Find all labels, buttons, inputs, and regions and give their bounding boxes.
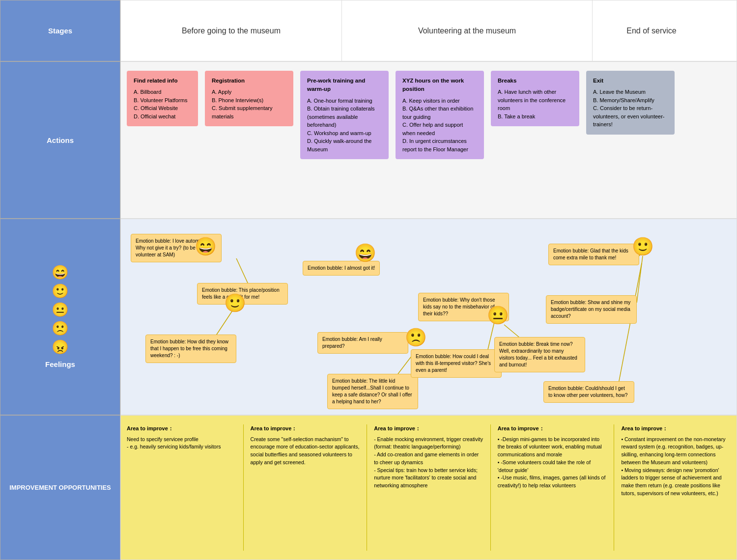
action-item: B. Q&As other than exhibition tour guidi… <box>402 105 477 121</box>
emoji-face: 😐 <box>52 303 69 317</box>
emotion-bubble-b11: Emotion bubble: Break time now? Well, ex… <box>494 337 585 372</box>
action-item: A. Keep visitors in order <box>402 97 477 105</box>
action-card-title: Registration <box>212 77 286 85</box>
feeling-face-f2: 🙂 <box>224 293 246 313</box>
improvement-divider <box>243 424 244 551</box>
action-item: A. Leave the Museum <box>593 88 668 96</box>
action-item: B. Phone Interview(s) <box>212 96 286 105</box>
action-item: C. Consider to be return-volunteers, or … <box>593 104 668 129</box>
action-item: C. Official Website <box>134 104 191 112</box>
emoji-face: 😄 <box>52 266 69 280</box>
improvement-area: Area to improve：Need to specify servicee… <box>120 415 737 560</box>
stages-label: Stages <box>0 0 120 61</box>
improve-card-text: Create some "self-selection machanism" t… <box>251 436 360 467</box>
action-item: A. Billboard <box>134 88 191 96</box>
action-card-title: Breaks <box>498 77 572 85</box>
action-card-find-info: Find related infoA. BillboardB. Voluntee… <box>127 71 198 126</box>
emoji-face: 🙁 <box>52 322 69 336</box>
feeling-face-f4: 🙁 <box>405 327 427 348</box>
emoji-scale: 😄🙂😐🙁😠 <box>52 266 69 354</box>
emoji-face: 🙂 <box>52 284 69 298</box>
action-item: B. Obtain training collaterals (sometime… <box>307 105 382 129</box>
improve-card-title: Area to improve： <box>251 424 360 433</box>
action-card-registration: RegistrationA. ApplyB. Phone Interview(s… <box>205 71 293 126</box>
improve-card-title: Area to improve： <box>374 424 483 433</box>
improve-card-imp2: Area to improve：Create some "self-select… <box>251 424 360 467</box>
improve-card-imp4: Area to improve：• -Design mini-games to … <box>498 424 607 490</box>
stage-headers: Before going to the museum Volunteering … <box>120 0 737 61</box>
stage1-header: Before going to the museum <box>121 0 342 61</box>
improve-card-title: Area to improve： <box>621 424 731 433</box>
actions-area: Find related infoA. BillboardB. Voluntee… <box>120 61 737 219</box>
action-card-breaks: BreaksA. Have lunch with other volunteer… <box>491 71 579 126</box>
feelings-label: 😄🙂😐🙁😠 Feelings <box>0 219 120 415</box>
emotion-bubble-b6: Emotion bubble: The little kid bumped he… <box>327 374 418 409</box>
improvement-divider <box>367 424 367 551</box>
actions-label: Actions <box>0 61 120 219</box>
improve-card-title: Area to improve： <box>498 424 607 433</box>
action-item: A. One-hour formal training <box>307 97 382 105</box>
emotion-bubble-b5: Emotion bubble: Am I really prepared? <box>317 332 408 354</box>
action-item: D. In urgent circumstances report to the… <box>402 137 477 153</box>
emoji-face: 😠 <box>52 340 69 354</box>
action-item: D. Quickly walk-around the Museum <box>307 137 382 153</box>
improvement-label: IMPROVEMENT OPPORTUNITIES <box>0 415 120 560</box>
emotion-bubble-b10: Emotion bubble: Show and shine my badge/… <box>546 295 637 324</box>
improve-card-title: Area to improve： <box>127 424 236 433</box>
improve-card-imp3: Area to improve：- Enable mocking environ… <box>374 424 483 490</box>
improve-card-imp1: Area to improve：Need to specify servicee… <box>127 424 236 451</box>
feeling-face-f5: 😐 <box>487 305 509 326</box>
improve-card-text: Need to specify servicee profile - e.g. … <box>127 436 236 451</box>
action-item: C. Submit supplementary materials <box>212 104 286 120</box>
main-grid: Stages Before going to the museum Volunt… <box>0 0 737 560</box>
action-card-title: Exit <box>593 77 668 85</box>
action-card-prework: Pre-work training and warm-upA. One-hour… <box>300 71 389 159</box>
action-card-title: XYZ hours on the work position <box>402 77 477 94</box>
action-item: C. Workshop and warm-up <box>307 129 382 138</box>
improvement-divider <box>490 424 491 551</box>
action-item: B. Memory/Share/Amplify <box>593 96 668 105</box>
action-card-xyz-hours: XYZ hours on the work positionA. Keep vi… <box>396 71 484 159</box>
stage3-header: End of service <box>593 0 710 61</box>
action-item: D. Official wechat <box>134 112 191 121</box>
emotion-bubble-b3: Emotion bubble: How did they know that I… <box>145 335 236 363</box>
improve-card-text: • -Design mini-games to be incorporated … <box>498 436 607 490</box>
emotion-bubble-b12: Emotion bubble: Could/should I get to kn… <box>543 381 634 403</box>
stage2-header: Volunteering at the museum <box>342 0 593 61</box>
feeling-face-f6: 🙂 <box>632 236 654 257</box>
action-card-title: Find related info <box>134 77 191 85</box>
improvement-divider <box>614 424 614 551</box>
action-item: C. Offer help and support when needed <box>402 121 477 137</box>
action-item: B. Take a break <box>498 112 572 121</box>
action-card-title: Pre-work training and warm-up <box>307 77 382 94</box>
improve-card-imp5: Area to improve：• Constant improvement o… <box>621 424 731 498</box>
emotion-bubble-b8: Emotion bubble: How could I deal with th… <box>411 349 502 378</box>
improve-card-text: - Enable mocking environment, trigger cr… <box>374 436 483 490</box>
feelings-area: Emotion bubble: I love automobiles. Why … <box>120 219 737 415</box>
action-item: B. Volunteer Platforms <box>134 96 191 105</box>
action-item: A. Have lunch with other volunteers in t… <box>498 88 572 112</box>
feeling-face-f3: 😄 <box>354 243 376 263</box>
action-card-exit: ExitA. Leave the MuseumB. Memory/Share/A… <box>586 71 675 135</box>
emotion-bubble-b9: Emotion bubble: Glad that the kids come … <box>548 244 639 265</box>
feeling-connector <box>617 263 642 391</box>
feeling-face-f1: 😄 <box>195 236 217 257</box>
action-item: A. Apply <box>212 88 286 96</box>
improve-card-text: • Constant improvement on the non-moneta… <box>621 436 731 498</box>
